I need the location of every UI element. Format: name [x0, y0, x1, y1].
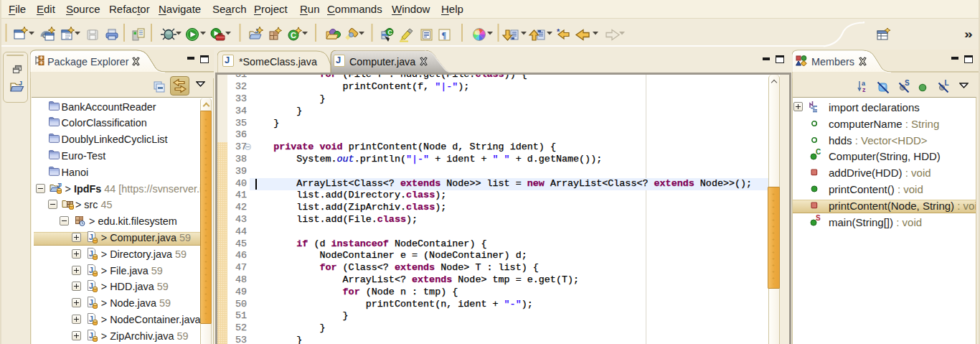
- svg-text:J: J: [19, 80, 22, 87]
- svg-text:L: L: [945, 80, 949, 87]
- svg-text:C: C: [388, 29, 392, 36]
- svg-text:z: z: [862, 86, 866, 93]
- svg-text:*: *: [557, 27, 560, 36]
- svg-text:¶: ¶: [442, 30, 446, 40]
- svg-text:S: S: [905, 80, 910, 87]
- svg-text:J: J: [59, 182, 62, 188]
- svg-text:C: C: [291, 31, 296, 39]
